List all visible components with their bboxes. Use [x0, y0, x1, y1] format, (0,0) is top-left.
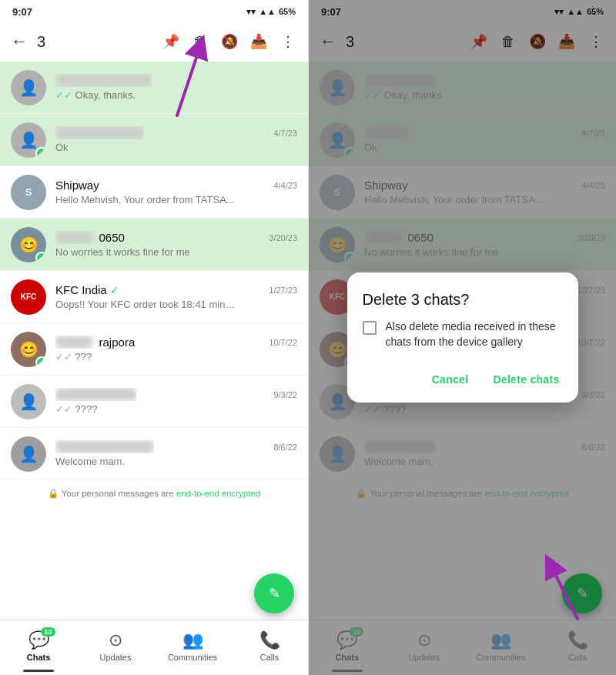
- verified-icon: ✓: [110, 284, 119, 296]
- dialog-title: Delete 3 chats?: [363, 291, 563, 309]
- chat-name: Blurred Name Four: [55, 440, 154, 453]
- avatar: S: [11, 175, 46, 210]
- more-icon[interactable]: ⋮: [274, 28, 302, 55]
- toolbar-icons-left: 📌 🗑 🔕 📥 ⋮: [157, 28, 302, 55]
- chat-date: 3/20/23: [269, 233, 297, 242]
- avatar: 👤: [11, 384, 46, 419]
- chat-content: Blurred Name Four 8/6/22 Welcome mam.: [55, 440, 297, 467]
- chat-name: KFC India ✓: [55, 283, 119, 296]
- avatar: 😊 ✓: [11, 227, 46, 262]
- nav-updates-left[interactable]: ⊙ Updates: [77, 625, 154, 667]
- chat-content: Blurred Name One ✓✓ Okay, thanks.: [55, 74, 297, 101]
- encrypted-link[interactable]: end-to-end encrypted: [176, 489, 260, 498]
- status-icons-left: ▾▾ ▲▲ 65%: [246, 7, 296, 17]
- chat-item[interactable]: KFC KFC India ✓ 1/27/23 Oops!! Your KFC …: [0, 271, 308, 323]
- chat-preview: Ok: [55, 142, 240, 153]
- chat-preview: ✓✓ ????: [55, 403, 240, 415]
- chat-name: Shipway: [55, 179, 99, 192]
- chats-icon-left: 💬 10: [28, 630, 49, 650]
- bottom-nav-left: 💬 10 Chats ⊙ Updates 👥 Communities 📞 Cal…: [0, 620, 308, 675]
- right-panel: 9:07 ▾▾ ▲▲ 65% ← 3 📌 🗑 🔕 📥 ⋮ 👤 Blurred N…: [308, 0, 616, 675]
- avatar: 👤: [11, 70, 46, 105]
- check-badge: ✓: [35, 252, 46, 262]
- signal-icon: ▲▲: [259, 7, 276, 16]
- chat-date: 10/7/22: [269, 338, 297, 347]
- calls-label-left: Calls: [260, 653, 279, 662]
- communities-icon-left: 👥: [182, 630, 203, 650]
- chat-name: +Blurred Number: [55, 126, 144, 139]
- chat-date: 4/7/23: [273, 129, 297, 138]
- chat-item[interactable]: S Shipway 4/4/23 Hello Mehvish, Your ord…: [0, 166, 308, 219]
- chat-date: 8/6/22: [273, 443, 297, 452]
- chat-date: 1/27/23: [269, 286, 297, 295]
- archive-icon[interactable]: 📥: [245, 28, 273, 55]
- delete-chats-button[interactable]: Delete chats: [490, 369, 562, 390]
- chat-name: Blurred rajpora: [55, 336, 135, 349]
- nav-calls-left[interactable]: 📞 Calls: [231, 625, 308, 667]
- chats-badge-left: 10: [41, 627, 55, 637]
- chat-date: 9/3/22: [273, 390, 297, 399]
- wifi-icon: ▾▾: [246, 7, 256, 17]
- mute-icon[interactable]: 🔕: [216, 28, 243, 55]
- dialog-actions: Cancel Delete chats: [363, 369, 563, 390]
- toolbar-left: ← 3 📌 🗑 🔕 📥 ⋮: [0, 22, 308, 62]
- chat-name: +Blurred Phone: [55, 388, 136, 401]
- selection-count-left: 3: [37, 33, 152, 51]
- encrypted-notice: 🔒 Your personal messages are end-to-end …: [0, 480, 308, 506]
- chat-content: Shipway 4/4/23 Hello Mehvish, Your order…: [55, 179, 297, 206]
- ticks-icon: ✓✓: [55, 403, 72, 415]
- dialog-overlay: Delete 3 chats? Also delete media receiv…: [309, 0, 616, 675]
- chat-item[interactable]: 👤 Blurred Name Four 8/6/22 Welcome mam.: [0, 428, 308, 480]
- chat-item[interactable]: 👤 Blurred Name One ✓✓ Okay, thanks.: [0, 62, 308, 114]
- chats-label-left: Chats: [27, 653, 51, 662]
- chat-item[interactable]: 😊 ✓ Blurred rajpora 10/7/22 ✓✓ ???: [0, 323, 308, 376]
- back-button-left[interactable]: ←: [6, 27, 32, 56]
- dialog-checkbox-label: Also delete media received in these chat…: [386, 319, 563, 349]
- chat-name: Blurred Name One: [55, 74, 152, 87]
- chat-content: +Blurred Phone 9/3/22 ✓✓ ????: [55, 388, 297, 415]
- chat-preview: No worries it works fine for me: [55, 246, 240, 258]
- chat-preview: Hello Mehvish, Your order from TATSAT AY…: [55, 194, 240, 206]
- delete-icon[interactable]: 🗑: [186, 28, 214, 55]
- chat-content: Blurred rajpora 10/7/22 ✓✓ ???: [55, 336, 297, 363]
- ticks-icon: ✓✓: [55, 351, 72, 363]
- new-chat-icon: ✎: [269, 585, 280, 602]
- delete-media-checkbox[interactable]: [363, 321, 377, 335]
- check-badge: ✓: [35, 147, 46, 158]
- left-panel: 9:07 ▾▾ ▲▲ 65% ← 3 📌 🗑 🔕 📥 ⋮ 👤: [0, 0, 308, 675]
- delete-dialog: Delete 3 chats? Also delete media receiv…: [347, 272, 578, 402]
- battery-icon: 65%: [279, 7, 296, 16]
- calls-icon-left: 📞: [259, 630, 280, 650]
- chat-preview: Oops!! Your KFC order took 18:41 minutes…: [55, 299, 240, 310]
- new-chat-fab[interactable]: ✎: [254, 573, 294, 613]
- avatar: 👤: [11, 436, 46, 472]
- updates-label-left: Updates: [100, 653, 132, 662]
- dialog-checkbox-row: Also delete media received in these chat…: [363, 319, 563, 349]
- chat-date: 4/4/23: [273, 181, 297, 190]
- updates-icon-left: ⊙: [109, 630, 122, 650]
- chat-list-left: 👤 Blurred Name One ✓✓ Okay, thanks. 👤 ✓: [0, 62, 308, 620]
- chat-item[interactable]: 👤 +Blurred Phone 9/3/22 ✓✓ ????: [0, 376, 308, 428]
- chat-content: KFC India ✓ 1/27/23 Oops!! Your KFC orde…: [55, 283, 297, 310]
- avatar: 😊 ✓: [11, 332, 46, 367]
- chat-name: Blurred 0650: [55, 231, 125, 244]
- lock-icon: 🔒: [48, 488, 59, 499]
- time-left: 9:07: [12, 6, 32, 18]
- status-bar-left: 9:07 ▾▾ ▲▲ 65%: [0, 0, 308, 22]
- chat-content: Blurred 0650 3/20/23 No worries it works…: [55, 231, 297, 258]
- check-badge: ✓: [35, 356, 46, 367]
- cancel-button[interactable]: Cancel: [429, 369, 472, 390]
- chat-preview: Welcome mam.: [55, 456, 240, 467]
- avatar: 👤 ✓: [11, 122, 46, 158]
- ticks-icon: ✓✓: [55, 89, 72, 101]
- communities-label-left: Communities: [168, 653, 217, 662]
- chat-content: +Blurred Number 4/7/23 Ok: [55, 126, 297, 153]
- chat-preview: ✓✓ ???: [55, 351, 240, 363]
- chat-item[interactable]: 😊 ✓ Blurred 0650 3/20/23 No worries it w…: [0, 219, 308, 271]
- avatar: KFC: [11, 279, 46, 315]
- chat-item[interactable]: 👤 ✓ +Blurred Number 4/7/23 Ok: [0, 114, 308, 166]
- nav-chats-left[interactable]: 💬 10 Chats: [0, 625, 77, 667]
- chat-preview: ✓✓ Okay, thanks.: [55, 89, 240, 101]
- pin-icon[interactable]: 📌: [157, 28, 185, 55]
- nav-communities-left[interactable]: 👥 Communities: [154, 625, 231, 667]
